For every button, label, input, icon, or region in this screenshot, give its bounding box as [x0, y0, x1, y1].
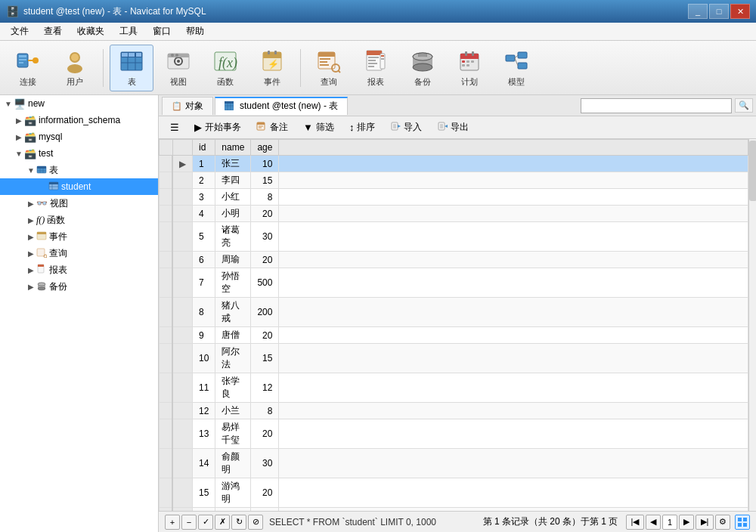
- delete-record-button[interactable]: −: [181, 515, 197, 530]
- sidebar-item-mysql[interactable]: ▶ 🗃️ mysql: [0, 128, 158, 145]
- row-arrow: [172, 373, 193, 403]
- sidebar-item-tables-folder[interactable]: ▼ 表: [0, 162, 158, 178]
- sidebar-item-test[interactable]: ▼ 🗃️ test: [0, 145, 158, 162]
- svg-rect-38: [367, 51, 382, 55]
- sidebar-item-information-schema[interactable]: ▶ 🗃️ information_schema: [0, 112, 158, 128]
- table-row[interactable]: ▶1张三10: [160, 156, 748, 172]
- tab-object[interactable]: 📋 对象: [162, 97, 213, 115]
- table-row[interactable]: 12小兰8: [160, 403, 748, 419]
- sidebar-item-reports-folder[interactable]: ▶ 报表: [0, 261, 158, 278]
- close-button[interactable]: ✕: [730, 4, 750, 19]
- refresh-button[interactable]: ↻: [231, 515, 246, 530]
- table-row[interactable]: 10阿尔法15: [160, 344, 748, 373]
- table-row[interactable]: 14俞颜明30: [160, 449, 748, 478]
- table-row[interactable]: 15游鸿明20: [160, 478, 748, 508]
- next-page-button[interactable]: ▶: [679, 515, 694, 530]
- table-row[interactable]: 13易烊千玺20: [160, 419, 748, 449]
- svg-rect-81: [38, 264, 44, 267]
- menu-tools[interactable]: 工具: [112, 23, 145, 39]
- sidebar-item-functions-folder[interactable]: ▶ f() 函数: [0, 212, 158, 228]
- sidebar-item-new[interactable]: ▼ 🖥️ new: [0, 95, 158, 112]
- toolbar-user-button[interactable]: 用户: [53, 45, 97, 91]
- menu-favorites[interactable]: 收藏夹: [70, 23, 112, 39]
- toolbar-report-button[interactable]: 报表: [354, 45, 398, 91]
- settings-button[interactable]: ⚙: [715, 515, 730, 530]
- add-record-button[interactable]: +: [165, 515, 180, 530]
- student-label: student: [61, 181, 91, 192]
- last-page-button[interactable]: ▶|: [696, 515, 714, 530]
- clear-button[interactable]: ⊘: [248, 515, 263, 530]
- cell-empty: [279, 189, 748, 206]
- toolbar-backup-button[interactable]: 备份: [401, 45, 445, 91]
- table-row[interactable]: 4小明20: [160, 206, 748, 222]
- cell-id: 15: [193, 478, 215, 508]
- sidebar-item-backups-folder[interactable]: ▶ 备份: [0, 278, 158, 295]
- svg-rect-76: [37, 232, 46, 234]
- cell-name: 小明: [215, 206, 251, 222]
- toolbar-view-button[interactable]: 视图: [156, 45, 200, 91]
- sidebar-item-events-folder[interactable]: ▶ 事件: [0, 228, 158, 245]
- toolbar-function-button[interactable]: f(x) 函数: [203, 45, 247, 91]
- toolbar-query-button[interactable]: 查询: [307, 45, 351, 91]
- svg-point-85: [38, 283, 45, 286]
- confirm-button[interactable]: ✓: [198, 515, 213, 530]
- sub-note-button[interactable]: 备注: [249, 119, 295, 137]
- first-page-button[interactable]: |◀: [626, 515, 644, 530]
- sidebar-item-views-folder[interactable]: ▶ 👓 视图: [0, 195, 158, 212]
- cell-name: 李四: [215, 172, 251, 189]
- menu-help[interactable]: 帮助: [178, 23, 212, 39]
- sub-menu-button[interactable]: ☰: [163, 119, 186, 137]
- sub-begin-trans-button[interactable]: ▶ 开始事务: [187, 119, 248, 137]
- table-row[interactable]: 6周瑜20: [160, 252, 748, 268]
- toolbar-table-button[interactable]: 表: [110, 45, 153, 91]
- menu-file[interactable]: 文件: [3, 23, 36, 39]
- table-row[interactable]: 11张学良12: [160, 373, 748, 403]
- tables-expand-arrow: ▼: [26, 166, 36, 175]
- sub-export-button[interactable]: 导出: [430, 119, 476, 137]
- menu-view[interactable]: 查看: [36, 23, 70, 39]
- vertical-scrollbar[interactable]: [748, 139, 756, 511]
- filter-label: 筛选: [316, 121, 334, 134]
- toolbar-connect-button[interactable]: 连接: [6, 45, 50, 91]
- table-row[interactable]: 8猪八戒200: [160, 298, 748, 327]
- sidebar-item-queries-folder[interactable]: ▶ 查询: [0, 245, 158, 261]
- toolbar-schedule-button[interactable]: 计划: [448, 45, 491, 91]
- col-id[interactable]: id: [193, 140, 215, 156]
- table-row[interactable]: 2李四15: [160, 172, 748, 189]
- sub-import-button[interactable]: 导入: [383, 119, 429, 137]
- tab-student-table[interactable]: student @test (new) - 表: [215, 97, 348, 115]
- prev-page-button[interactable]: ◀: [646, 515, 661, 530]
- toolbar-event-button[interactable]: ⚡ 事件: [250, 45, 294, 91]
- cell-empty: [279, 449, 748, 478]
- cell-empty: [279, 403, 748, 419]
- table-row[interactable]: 9唐僧20: [160, 327, 748, 344]
- cell-age: 500: [251, 268, 279, 298]
- main-area: ▼ 🖥️ new ▶ 🗃️ information_schema ▶ 🗃️ my…: [0, 95, 756, 532]
- table-row[interactable]: 3小红8: [160, 189, 748, 206]
- svg-rect-53: [460, 54, 479, 59]
- discard-button[interactable]: ✗: [215, 515, 230, 530]
- tab-search-icon[interactable]: 🔍: [735, 98, 753, 113]
- menu-window[interactable]: 窗口: [145, 23, 178, 39]
- schedule-icon: [456, 48, 483, 75]
- minimize-button[interactable]: _: [688, 4, 708, 19]
- toolbar-model-button[interactable]: 模型: [494, 45, 538, 91]
- table-row[interactable]: 5诸葛亮30: [160, 222, 748, 252]
- table-row[interactable]: 7孙悟空500: [160, 268, 748, 298]
- functions-expand-arrow: ▶: [26, 216, 36, 224]
- maximize-button[interactable]: □: [709, 4, 729, 19]
- views-expand-arrow: ▶: [26, 200, 36, 208]
- backups-folder-icon: [36, 280, 47, 293]
- tab-object-icon: 📋: [172, 101, 182, 111]
- sidebar-item-student[interactable]: student: [0, 178, 158, 195]
- sub-filter-button[interactable]: ▼ 筛选: [296, 119, 341, 137]
- row-arrow: [172, 327, 193, 344]
- svg-text:⚡: ⚡: [268, 58, 279, 70]
- svg-rect-106: [743, 518, 747, 521]
- col-name[interactable]: name: [215, 140, 251, 156]
- tab-search-input[interactable]: [581, 98, 732, 113]
- row-arrow: [172, 298, 193, 327]
- grid-view-button[interactable]: [735, 515, 750, 530]
- sub-sort-button[interactable]: ↕ 排序: [342, 119, 383, 137]
- col-age[interactable]: age: [251, 140, 279, 156]
